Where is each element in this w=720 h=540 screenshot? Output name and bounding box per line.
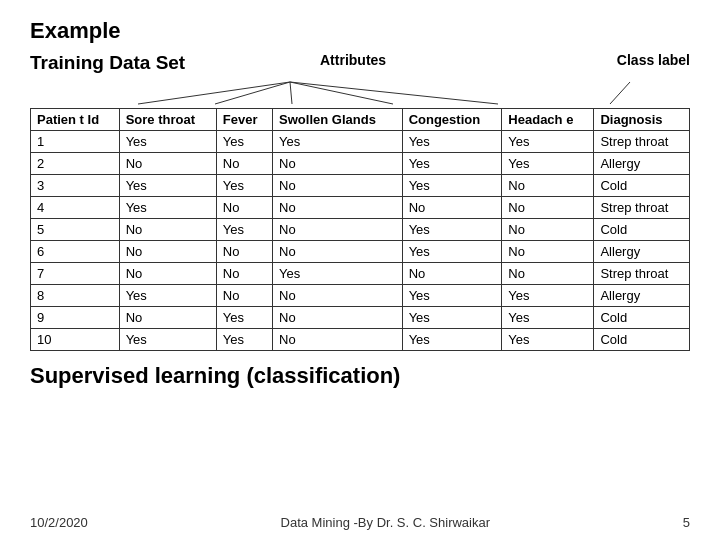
table-cell: Yes	[216, 175, 272, 197]
col-header-headache: Headach e	[502, 109, 594, 131]
table-row: 8YesNoNoYesYesAllergy	[31, 285, 690, 307]
table-cell: No	[273, 197, 403, 219]
table-cell: 1	[31, 131, 120, 153]
table-cell: No	[273, 241, 403, 263]
table-cell: Allergy	[594, 241, 690, 263]
arrows-svg	[30, 78, 690, 106]
col-header-swollenglands: Swollen Glands	[273, 109, 403, 131]
table-cell: Yes	[119, 329, 216, 351]
table-cell: No	[273, 307, 403, 329]
table-cell: No	[402, 197, 502, 219]
table-cell: No	[119, 153, 216, 175]
table-cell: Allergy	[594, 153, 690, 175]
table-cell: Yes	[402, 307, 502, 329]
table-cell: No	[119, 241, 216, 263]
table-cell: 7	[31, 263, 120, 285]
table-body: 1YesYesYesYesYesStrep throat2NoNoNoYesYe…	[31, 131, 690, 351]
table-cell: Yes	[119, 175, 216, 197]
table-cell: Allergy	[594, 285, 690, 307]
table-row: 3YesYesNoYesNoCold	[31, 175, 690, 197]
table-cell: 9	[31, 307, 120, 329]
footer-center: Data Mining -By Dr. S. C. Shirwaikar	[281, 515, 491, 530]
table-cell: No	[502, 219, 594, 241]
table-cell: Yes	[216, 307, 272, 329]
table-cell: 2	[31, 153, 120, 175]
table-cell: Yes	[216, 329, 272, 351]
table-cell: No	[273, 329, 403, 351]
footer: 10/2/2020 Data Mining -By Dr. S. C. Shir…	[30, 515, 690, 530]
table-row: 1YesYesYesYesYesStrep throat	[31, 131, 690, 153]
table-cell: No	[273, 285, 403, 307]
attributes-label: Attributes	[320, 52, 386, 68]
table-cell: Yes	[402, 241, 502, 263]
training-label: Training Data Set	[30, 52, 250, 74]
table-cell: Yes	[402, 329, 502, 351]
table-cell: Yes	[216, 131, 272, 153]
svg-line-4	[290, 82, 498, 104]
table-cell: No	[216, 197, 272, 219]
table-row: 4YesNoNoNoNoStrep throat	[31, 197, 690, 219]
table-cell: No	[273, 175, 403, 197]
table-cell: Strep throat	[594, 131, 690, 153]
table-cell: Yes	[119, 285, 216, 307]
table-cell: Yes	[402, 219, 502, 241]
bracket-area	[30, 78, 690, 106]
table-row: 10YesYesNoYesYesCold	[31, 329, 690, 351]
table-cell: No	[502, 263, 594, 285]
col-header-patientid: Patien t Id	[31, 109, 120, 131]
col-header-diagnosis: Diagnosis	[594, 109, 690, 131]
table-cell: 5	[31, 219, 120, 241]
table-cell: No	[402, 263, 502, 285]
table-cell: No	[502, 197, 594, 219]
table-cell: Yes	[216, 219, 272, 241]
col-header-sorethroat: Sore throat	[119, 109, 216, 131]
table-cell: Yes	[119, 197, 216, 219]
table-cell: No	[216, 285, 272, 307]
table-cell: Cold	[594, 219, 690, 241]
table-cell: No	[502, 241, 594, 263]
table-cell: Yes	[502, 329, 594, 351]
table-cell: Yes	[502, 153, 594, 175]
table-cell: 10	[31, 329, 120, 351]
table-cell: Yes	[502, 131, 594, 153]
table-cell: Strep throat	[594, 263, 690, 285]
table-header-row: Patien t Id Sore throat Fever Swollen Gl…	[31, 109, 690, 131]
table-cell: Yes	[402, 153, 502, 175]
col-header-fever: Fever	[216, 109, 272, 131]
table-cell: Strep throat	[594, 197, 690, 219]
svg-line-2	[290, 82, 292, 104]
supervised-label: Supervised learning (classification)	[30, 363, 690, 389]
svg-line-1	[215, 82, 290, 104]
table-cell: 3	[31, 175, 120, 197]
table-cell: Yes	[119, 131, 216, 153]
table-cell: 8	[31, 285, 120, 307]
table-cell: No	[502, 175, 594, 197]
table-cell: Yes	[402, 285, 502, 307]
table-cell: Yes	[402, 131, 502, 153]
table-cell: No	[119, 307, 216, 329]
table-cell: Yes	[502, 307, 594, 329]
table-cell: 4	[31, 197, 120, 219]
table-cell: Yes	[502, 285, 594, 307]
table-cell: No	[273, 153, 403, 175]
footer-page: 5	[683, 515, 690, 530]
svg-line-3	[290, 82, 393, 104]
table-cell: Cold	[594, 307, 690, 329]
table-row: 9NoYesNoYesYesCold	[31, 307, 690, 329]
col-header-congestion: Congestion	[402, 109, 502, 131]
table-cell: Yes	[402, 175, 502, 197]
table-cell: No	[216, 153, 272, 175]
table-cell: 6	[31, 241, 120, 263]
table-cell: Cold	[594, 175, 690, 197]
table-cell: Yes	[273, 263, 403, 285]
table-cell: No	[119, 219, 216, 241]
table-row: 7NoNoYesNoNoStrep throat	[31, 263, 690, 285]
table-row: 2NoNoNoYesYesAllergy	[31, 153, 690, 175]
page: Example Training Data Set Attributes Cla…	[0, 0, 720, 540]
class-label: Class label	[617, 52, 690, 68]
page-title: Example	[30, 18, 690, 44]
table-cell: No	[119, 263, 216, 285]
table-cell: No	[216, 241, 272, 263]
svg-line-5	[610, 82, 630, 104]
table-cell: No	[273, 219, 403, 241]
